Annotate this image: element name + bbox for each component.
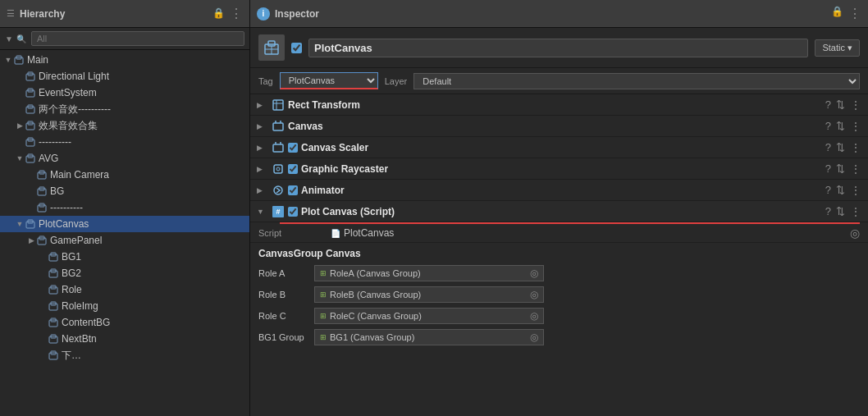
cube-icon (48, 333, 59, 345)
component-icon (272, 184, 285, 197)
tree-item-next-btn[interactable]: NextBtn (0, 331, 249, 347)
tree-item-role-img[interactable]: RoleImg (0, 298, 249, 314)
circle-btn[interactable]: ◎ (530, 267, 538, 279)
component-checkbox[interactable] (288, 185, 298, 195)
script-value: 📄 PlotCanvas (331, 227, 394, 239)
script-circle-btn[interactable]: ◎ (850, 226, 860, 240)
help-icon[interactable]: ? (825, 184, 831, 196)
search-input[interactable] (31, 31, 244, 46)
tree-item-label: Directional Light (39, 71, 109, 82)
inspector-header: i Inspector 🔒 ⋮ (250, 0, 868, 28)
component-arrow[interactable]: ▶ (257, 122, 268, 130)
component-arrow[interactable]: ▶ (257, 186, 268, 194)
cube-icon (48, 300, 59, 312)
tree-item-bg[interactable]: BG (0, 183, 249, 199)
component-arrow[interactable]: ▶ (257, 144, 268, 152)
settings-icon[interactable]: ⇅ (836, 205, 845, 217)
canvas-group-name: BG1 (Canvas Group) (330, 332, 527, 342)
help-icon[interactable]: ? (825, 205, 831, 217)
inspector-dots-icon[interactable]: ⋮ (848, 6, 861, 21)
more-icon[interactable]: ⋮ (850, 162, 861, 176)
object-name-input[interactable] (308, 39, 808, 57)
svg-point-52 (276, 167, 280, 171)
cube-icon (13, 54, 25, 66)
component-row-animator: ▶Animator ? ⇅ ⋮ (250, 180, 868, 201)
tag-label: Tag (258, 76, 273, 86)
component-checkbox[interactable] (288, 164, 298, 174)
tree-item-event-system[interactable]: EventSystem (0, 85, 249, 101)
layer-label: Layer (385, 76, 408, 86)
canvas-group-row-label: Role C (258, 311, 308, 321)
tag-select[interactable]: PlotCanvas Untagged MainCamera (280, 72, 378, 89)
tree-item-separator1[interactable]: ---------- (0, 134, 249, 150)
settings-icon[interactable]: ⇅ (836, 184, 845, 196)
tree-item-main-camera[interactable]: Main Camera (0, 167, 249, 183)
more-icon[interactable]: ⋮ (850, 184, 861, 197)
tree-item-separator2[interactable]: ---------- (0, 199, 249, 216)
component-checkbox[interactable] (288, 143, 298, 153)
tree-item-content-bg[interactable]: ContentBG (0, 314, 249, 331)
tree-item-bg2[interactable]: BG2 (0, 265, 249, 281)
tree-item-main[interactable]: Main (0, 52, 249, 68)
component-arrow[interactable]: ▶ (257, 165, 268, 173)
tree-item-more[interactable]: 下… (0, 347, 249, 363)
cube-icon (25, 153, 36, 164)
tree-item-label: 效果音效合集 (39, 119, 98, 133)
hierarchy-menu-icon: ☰ (7, 8, 15, 19)
tree-arrow[interactable] (15, 219, 25, 229)
component-arrow[interactable]: ▼ (257, 208, 268, 216)
circle-btn[interactable]: ◎ (530, 289, 538, 300)
more-icon[interactable]: ⋮ (850, 98, 861, 112)
tree-item-sound-effects[interactable]: 两个音效---------- (0, 101, 249, 117)
canvas-group-row-value: ⊞ RoleB (Canvas Group) ◎ (314, 286, 544, 303)
static-button[interactable]: Static ▾ (815, 39, 860, 57)
settings-icon[interactable]: ⇅ (836, 98, 845, 111)
settings-icon[interactable]: ⇅ (836, 141, 845, 153)
tree-item-game-panel[interactable]: GamePanel (0, 232, 249, 249)
tree-arrow[interactable] (15, 121, 25, 130)
help-icon[interactable]: ? (825, 120, 831, 132)
object-active-checkbox[interactable] (291, 43, 302, 53)
lock-icon[interactable]: 🔒 (212, 7, 225, 21)
dots-icon[interactable]: ⋮ (230, 7, 243, 21)
grid-icon: ⊞ (320, 290, 327, 299)
tree-item-avg[interactable]: AVG (0, 150, 249, 167)
tree-arrow[interactable] (15, 153, 25, 163)
canvas-group-title: CanvasGroup Canvas (258, 248, 860, 259)
layer-select[interactable]: Default UI Ignore Raycast (413, 73, 860, 89)
component-arrow[interactable]: ▶ (257, 101, 268, 109)
grid-icon: ⊞ (320, 269, 327, 277)
tree-item-label: 下… (62, 349, 81, 363)
down-arrow-icon: ▼ (5, 34, 13, 43)
tree-item-bg1[interactable]: BG1 (0, 249, 249, 265)
component-right-icons: ? ⇅ ⋮ (825, 184, 861, 197)
tree-item-label: RoleImg (62, 300, 98, 312)
component-checkbox[interactable] (288, 207, 298, 217)
settings-icon[interactable]: ⇅ (836, 120, 845, 132)
help-icon[interactable]: ? (825, 98, 831, 111)
hierarchy-tree: Main Directional Light EventSystem 两个音效-… (0, 50, 249, 416)
settings-icon[interactable]: ⇅ (836, 162, 845, 175)
canvas-group-name: RoleC (Canvas Group) (330, 311, 527, 321)
tree-item-directional-light[interactable]: Directional Light (0, 68, 249, 85)
component-right-icons: ? ⇅ ⋮ (825, 120, 861, 133)
tree-item-role[interactable]: Role (0, 281, 249, 298)
help-icon[interactable]: ? (825, 162, 831, 175)
cube-icon (25, 71, 36, 82)
circle-btn[interactable]: ◎ (530, 331, 538, 343)
tree-item-plot-canvas[interactable]: PlotCanvas (0, 216, 249, 232)
more-icon[interactable]: ⋮ (850, 141, 861, 154)
inspector-lock-icon[interactable]: 🔒 (831, 6, 843, 21)
help-icon[interactable]: ? (825, 141, 831, 153)
tree-item-label: BG (50, 185, 64, 197)
tree-arrow[interactable] (26, 235, 36, 245)
tree-item-sfx-group[interactable]: 效果音效合集 (0, 117, 249, 134)
cube-icon (25, 103, 36, 115)
more-icon[interactable]: ⋮ (850, 120, 861, 133)
cube-icon (25, 218, 36, 230)
more-icon[interactable]: ⋮ (850, 205, 861, 218)
circle-btn[interactable]: ◎ (530, 310, 538, 322)
cube-icon (36, 235, 48, 246)
tree-arrow[interactable] (3, 55, 13, 65)
component-row-canvas-scaler: ▶Canvas Scaler ? ⇅ ⋮ (250, 137, 868, 158)
